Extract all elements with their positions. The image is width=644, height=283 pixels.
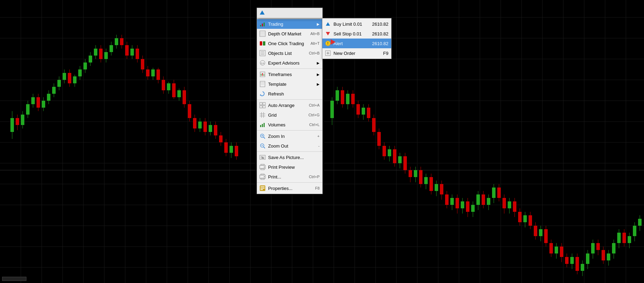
menu-label-zoom-out: Zoom Out [268, 143, 315, 149]
print-icon [259, 173, 266, 180]
save-pic-icon [259, 154, 266, 161]
ea-icon: EA [259, 59, 266, 66]
shortcut-properties: F8 [315, 186, 320, 190]
svg-rect-25 [260, 102, 262, 105]
svg-rect-56 [260, 186, 265, 187]
context-menu: Trading▶Depth Of MarketAlt+BOne Click Tr… [257, 18, 323, 194]
alert-icon: ! [324, 40, 331, 47]
submenu-item-alert-sub[interactable]: !Alert2610.82 [322, 39, 391, 48]
svg-rect-57 [260, 188, 265, 189]
menu-item-expert-advisors[interactable]: EAExpert Advisors▶ [257, 58, 322, 68]
svg-point-45 [261, 156, 263, 158]
menu-label-auto-arrange: Auto Arrange [268, 103, 306, 108]
svg-rect-27 [260, 106, 262, 108]
menu-item-zoom-out[interactable]: Zoom Out- [257, 141, 322, 151]
timeframes-icon [259, 71, 266, 78]
menu-label-trading: Trading [268, 22, 315, 27]
arrow-expert-advisors: ▶ [317, 61, 320, 65]
menu-label-expert-advisors: Expert Advisors [268, 60, 315, 66]
menu-label-print: Print... [268, 174, 306, 180]
menu-item-grid[interactable]: GridCtrl+G [257, 110, 322, 120]
menu-label-zoom-in: Zoom In [268, 134, 315, 139]
trading-icon [259, 20, 266, 27]
buy-limit-bar[interactable] [257, 8, 323, 18]
grid-icon [259, 111, 266, 118]
menu-item-auto-arrange[interactable]: Auto ArrangeCtrl+A [257, 100, 322, 110]
svg-rect-1 [262, 24, 263, 26]
menu-label-print-preview: Print Preview [268, 165, 320, 170]
shortcut-volumes: Ctrl+L [309, 123, 320, 127]
menu-separator [257, 182, 322, 183]
svg-rect-34 [262, 124, 263, 127]
cursor-arrow-overlay [331, 39, 336, 45]
submenu-item-new-order-sub[interactable]: New OrderF9 [322, 48, 391, 58]
menu-label-properties: Properties... [268, 186, 312, 191]
menu-separator [257, 130, 322, 131]
menu-item-zoom-in[interactable]: Zoom In+ [257, 131, 322, 141]
arrow-timeframes: ▶ [317, 73, 320, 76]
zoom-out-icon [259, 142, 266, 149]
menu-item-objects-list[interactable]: Objects ListCtrl+B [257, 48, 322, 58]
new-order-icon [324, 50, 331, 57]
svg-rect-8 [263, 41, 265, 45]
menu-label-timeframes: Timeframes [268, 72, 315, 77]
menu-item-template[interactable]: Template▶ [257, 79, 322, 89]
menu-item-save-as-picture[interactable]: Save As Picture... [257, 152, 322, 162]
menu-label-grid: Grid [268, 113, 306, 118]
submenu-price-sell-stop-sub: 2610.82 [372, 31, 388, 36]
menu-label-objects-list: Objects List [268, 51, 306, 56]
submenu-item-sell-stop-sub[interactable]: Sell Stop 0.012610.82 [322, 29, 391, 39]
menu-item-volumes[interactable]: VolumesCtrl+L [257, 120, 322, 130]
menu-label-save-as-picture: Save As Picture... [268, 155, 320, 160]
menu-item-timeframes[interactable]: Timeframes▶ [257, 69, 322, 79]
menu-separator [257, 99, 322, 100]
arrow-template: ▶ [317, 82, 320, 86]
objects-icon [259, 50, 266, 57]
shortcut-print: Ctrl+P [309, 175, 320, 179]
shortcut-one-click-trading: Alt+T [311, 41, 320, 45]
submenu-price-new-order-sub: F9 [383, 51, 388, 56]
submenu-price-buy-limit-sub: 2610.82 [372, 22, 388, 27]
menu-label-volumes: Volumes [268, 122, 306, 127]
svg-rect-7 [260, 41, 262, 45]
menu-item-properties[interactable]: Properties...F8 [257, 183, 322, 193]
template-icon [259, 81, 266, 88]
svg-point-54 [264, 176, 265, 177]
trading-submenu: Buy Limit 0.012610.82Sell Stop 0.012610.… [322, 18, 392, 59]
submenu-item-buy-limit-sub[interactable]: Buy Limit 0.012610.82 [322, 19, 391, 29]
svg-line-37 [264, 137, 265, 139]
svg-rect-33 [260, 125, 261, 127]
svg-rect-28 [263, 106, 265, 108]
svg-rect-17 [261, 74, 261, 76]
svg-rect-58 [260, 189, 263, 190]
menu-item-print[interactable]: Print...Ctrl+P [257, 172, 322, 182]
submenu-label-new-order-sub: New Order [333, 51, 383, 56]
props-icon [259, 185, 266, 192]
scrollbar[interactable] [2, 277, 26, 281]
oct-icon [259, 40, 266, 47]
menu-item-one-click-trading[interactable]: One Click TradingAlt+T [257, 39, 322, 48]
menu-separator [257, 151, 322, 152]
shortcut-grid: Ctrl+G [308, 113, 320, 117]
svg-text:EA: EA [261, 62, 265, 65]
svg-rect-0 [260, 25, 261, 26]
buy-arrow-icon [324, 20, 331, 27]
menu-label-template: Template [268, 82, 315, 87]
ticker-info [2, 3, 5, 8]
submenu-label-buy-limit-sub: Buy Limit 0.01 [333, 22, 372, 27]
menu-label-one-click-trading: One Click Trading [268, 41, 308, 46]
menu-item-depth-of-market[interactable]: Depth Of MarketAlt+B [257, 29, 322, 39]
shortcut-auto-arrange: Ctrl+A [309, 103, 320, 107]
menu-item-print-preview[interactable]: Print Preview [257, 162, 322, 172]
menu-item-refresh[interactable]: Refresh [257, 89, 322, 99]
svg-rect-2 [264, 23, 265, 26]
submenu-label-sell-stop-sub: Sell Stop 0.01 [333, 31, 372, 36]
shortcut-depth-of-market: Alt+B [310, 32, 320, 36]
svg-text:!: ! [328, 42, 329, 45]
shortcut-zoom-in: + [317, 134, 320, 138]
svg-rect-20 [260, 81, 265, 87]
sell-arrow-icon [324, 30, 331, 37]
print-preview-icon [259, 164, 266, 170]
menu-item-trading[interactable]: Trading▶ [257, 19, 322, 29]
shortcut-objects-list: Ctrl+B [309, 51, 320, 55]
